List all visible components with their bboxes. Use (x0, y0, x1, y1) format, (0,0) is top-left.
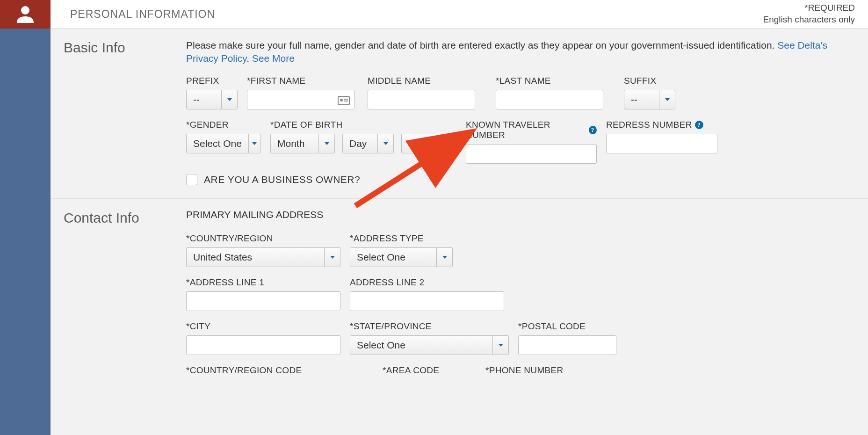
address-type-label: *ADDRESS TYPE (350, 233, 453, 244)
address1-label: *ADDRESS LINE 1 (186, 277, 340, 288)
chevron-down-icon (492, 336, 508, 355)
suffix-value: -- (624, 90, 659, 109)
instructions-period: . (246, 53, 252, 64)
dob-year-dropdown[interactable]: Year (401, 134, 456, 153)
state-value: Select One (350, 336, 492, 355)
redress-input[interactable] (606, 134, 717, 153)
sidebar-profile-tab[interactable] (0, 0, 51, 29)
middle-name-input[interactable] (368, 90, 475, 109)
state-dropdown[interactable]: Select One (350, 335, 509, 355)
known-traveler-label: KNOWN TRAVELER NUMBER ? (466, 120, 597, 140)
address1-input[interactable] (186, 291, 340, 311)
chevron-down-icon (318, 134, 334, 153)
required-text: *REQUIRED (763, 2, 855, 14)
instructions-text: Please make sure your full name, gender … (186, 40, 774, 51)
business-owner-checkbox[interactable] (186, 174, 197, 185)
chevron-down-icon (659, 90, 675, 109)
mailing-address-heading: PRIMARY MAILING ADDRESS (186, 209, 855, 220)
english-only-text: English characters only (763, 14, 855, 26)
svg-rect-3 (344, 99, 348, 100)
first-name-label: *FIRST NAME (247, 76, 354, 86)
phone-label: *PHONE NUMBER (485, 365, 602, 376)
sidebar (0, 0, 51, 435)
contact-card-icon (337, 94, 350, 107)
address-type-value: Select One (350, 248, 436, 267)
last-name-input[interactable] (496, 90, 603, 109)
page-title: PERSONAL INFORMATION (70, 8, 215, 21)
city-label: *CITY (186, 321, 340, 332)
chevron-down-icon (377, 134, 393, 153)
business-owner-label: ARE YOU A BUSINESS OWNER? (204, 174, 360, 185)
chevron-down-icon (221, 90, 237, 109)
country-region-label: *COUNTRY/REGION (186, 233, 340, 244)
prefix-value: -- (187, 90, 221, 109)
dob-month-value: Month (271, 134, 318, 153)
known-traveler-label-text: KNOWN TRAVELER NUMBER (466, 120, 586, 140)
country-code-label: *COUNTRY/REGION CODE (186, 365, 373, 376)
chevron-down-icon (436, 248, 452, 267)
basic-instructions: Please make sure your full name, gender … (186, 39, 855, 65)
postal-label: *POSTAL CODE (518, 321, 616, 332)
redress-label: REDRESS NUMBER ? (606, 120, 717, 130)
dob-month-dropdown[interactable]: Month (270, 134, 335, 153)
dob-day-value: Day (343, 134, 377, 153)
chevron-down-icon (248, 134, 260, 153)
redress-label-text: REDRESS NUMBER (606, 120, 692, 130)
chevron-down-icon (440, 134, 456, 153)
header-requirements: *REQUIRED English characters only (763, 2, 855, 25)
help-icon[interactable]: ? (589, 126, 597, 134)
business-owner-row: ARE YOU A BUSINESS OWNER? (186, 174, 855, 185)
suffix-dropdown[interactable]: -- (624, 90, 675, 109)
state-label: *STATE/PROVINCE (350, 321, 509, 332)
address-type-dropdown[interactable]: Select One (350, 247, 453, 267)
person-icon (15, 4, 36, 25)
gender-value: Select One (187, 134, 248, 153)
suffix-label: SUFFIX (624, 76, 675, 86)
address2-input[interactable] (350, 291, 504, 311)
see-more-link[interactable]: See More (252, 53, 295, 64)
city-input[interactable] (186, 335, 340, 355)
first-name-input[interactable] (247, 90, 354, 109)
svg-point-2 (340, 99, 343, 102)
country-region-dropdown[interactable]: United States (186, 247, 340, 267)
svg-point-0 (21, 6, 29, 14)
dob-year-value: Year (402, 134, 440, 153)
main-content: PERSONAL INFORMATION *REQUIRED English c… (51, 0, 868, 379)
prefix-dropdown[interactable]: -- (186, 90, 238, 109)
basic-info-title: Basic Info (64, 39, 186, 185)
last-name-label: *LAST NAME (496, 76, 603, 86)
area-code-label: *AREA CODE (383, 365, 476, 376)
known-traveler-input[interactable] (466, 144, 597, 164)
contact-info-title: Contact Info (64, 209, 186, 379)
svg-rect-4 (344, 101, 348, 102)
dob-label: *DATE OF BIRTH (270, 120, 456, 130)
help-icon[interactable]: ? (695, 121, 703, 129)
middle-name-label: MIDDLE NAME (368, 76, 475, 86)
chevron-down-icon (324, 248, 340, 267)
country-region-value: United States (187, 248, 324, 267)
gender-label: *GENDER (186, 120, 261, 130)
prefix-label: PREFIX (186, 76, 238, 86)
basic-info-section: Basic Info Please make sure your full na… (51, 29, 868, 199)
contact-info-section: Contact Info PRIMARY MAILING ADDRESS *CO… (51, 199, 868, 379)
gender-dropdown[interactable]: Select One (186, 134, 261, 153)
dob-day-dropdown[interactable]: Day (342, 134, 394, 153)
address2-label: ADDRESS LINE 2 (350, 277, 504, 288)
postal-input[interactable] (518, 335, 616, 355)
page-header: PERSONAL INFORMATION *REQUIRED English c… (51, 0, 868, 29)
